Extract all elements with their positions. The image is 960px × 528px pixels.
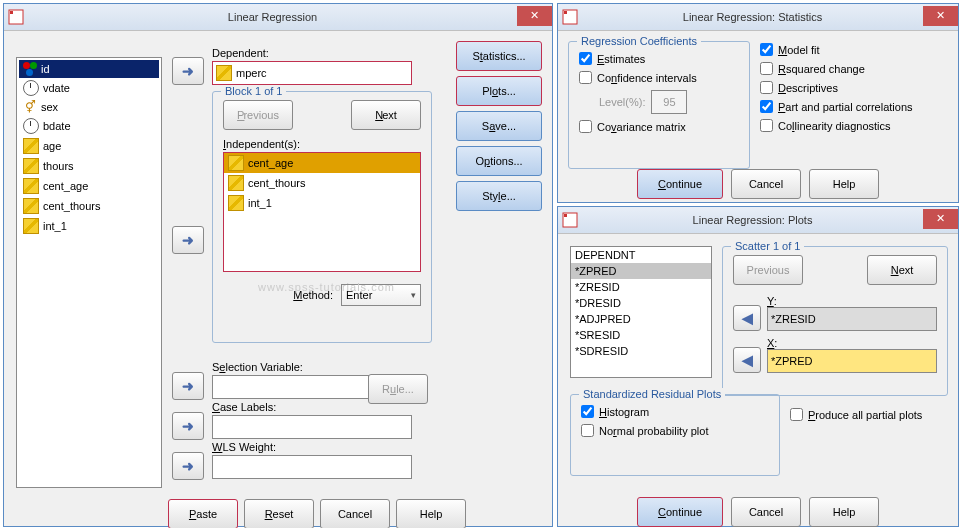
y-label: Y: <box>767 295 937 307</box>
app-icon <box>8 9 24 25</box>
paste-button[interactable]: Paste <box>168 499 238 528</box>
model-fit-checkbox[interactable]: Model fit <box>760 43 948 56</box>
variable-item[interactable]: bdate <box>19 116 159 136</box>
variable-item[interactable]: cent_age <box>19 176 159 196</box>
selection-variable-label: Selection Variable: <box>212 361 303 373</box>
plot-list-item[interactable]: *DRESID <box>571 295 711 311</box>
x-field[interactable]: *ZPRED <box>767 349 937 373</box>
scatter-fieldset: Scatter 1 of 1 Previous Next ◀ Y: *ZRESI… <box>722 246 948 396</box>
cancel-button[interactable]: Cancel <box>731 169 801 199</box>
svg-rect-3 <box>564 11 567 14</box>
reset-button[interactable]: Reset <box>244 499 314 528</box>
move-to-independent-button[interactable]: ➜ <box>172 226 204 254</box>
case-labels-label: Case Labels: <box>212 401 276 413</box>
next-block-button[interactable]: Next <box>351 100 421 130</box>
plots-button[interactable]: Plots... <box>456 76 542 106</box>
scatter-legend: Scatter 1 of 1 <box>731 240 804 252</box>
level-label: Level(%): <box>599 96 645 108</box>
variable-list[interactable]: idvdate⚥sexbdateagethourscent_agecent_th… <box>16 57 162 488</box>
plot-list-item[interactable]: *SDRESID <box>571 343 711 359</box>
y-field[interactable]: *ZRESID <box>767 307 937 331</box>
plot-list-item[interactable]: *SRESID <box>571 327 711 343</box>
dependent-label: Dependent: <box>212 47 269 59</box>
previous-scatter-button[interactable]: Previous <box>733 255 803 285</box>
rule-button[interactable]: Rule... <box>368 374 428 404</box>
style-button[interactable]: Style... <box>456 181 542 211</box>
dependent-value: mperc <box>236 67 267 79</box>
variable-item[interactable]: vdate <box>19 78 159 98</box>
statistics-dialog: Linear Regression: Statistics ✕ Regressi… <box>557 3 959 203</box>
plot-list-item[interactable]: *ADJPRED <box>571 311 711 327</box>
move-to-wls-weight-button[interactable]: ➜ <box>172 452 204 480</box>
save-button[interactable]: Save... <box>456 111 542 141</box>
continue-button[interactable]: Continue <box>637 497 723 527</box>
close-button[interactable]: ✕ <box>517 6 552 26</box>
variable-item[interactable]: id <box>19 60 159 78</box>
variable-item[interactable]: int_1 <box>19 216 159 236</box>
produce-all-partial-plots-checkbox[interactable]: Produce all partial plots <box>790 408 922 421</box>
side-button-panel: Statistics... Plots... Save... Options..… <box>456 41 542 211</box>
plot-list-item[interactable]: *ZRESID <box>571 279 711 295</box>
selection-variable-field[interactable] <box>212 375 369 399</box>
titlebar: Linear Regression: Statistics ✕ <box>558 4 958 31</box>
move-to-x-button[interactable]: ◀ <box>733 347 761 373</box>
close-button[interactable]: ✕ <box>923 6 958 26</box>
independent-item[interactable]: cent_thours <box>224 173 420 193</box>
move-to-case-labels-button[interactable]: ➜ <box>172 412 204 440</box>
independent-item[interactable]: int_1 <box>224 193 420 213</box>
titlebar: Linear Regression: Plots ✕ <box>558 207 958 234</box>
window-title: Linear Regression <box>28 11 517 23</box>
independent-item[interactable]: cent_age <box>224 153 420 173</box>
help-button[interactable]: Help <box>809 169 879 199</box>
ruler-icon <box>216 65 232 81</box>
watermark: www.spss-tutorials.com <box>258 281 395 293</box>
svg-rect-1 <box>10 11 13 14</box>
regression-coefficients-legend: Regression Coefficients <box>577 35 701 47</box>
dependent-field[interactable]: mperc <box>212 61 412 85</box>
cancel-button[interactable]: Cancel <box>320 499 390 528</box>
titlebar: Linear Regression ✕ <box>4 4 552 31</box>
move-to-selection-variable-button[interactable]: ➜ <box>172 372 204 400</box>
variable-item[interactable]: ⚥sex <box>19 98 159 116</box>
plots-dialog: Linear Regression: Plots ✕ DEPENDNT*ZPRE… <box>557 206 959 527</box>
collinearity-diagnostics-checkbox[interactable]: Collinearity diagnostics <box>760 119 948 132</box>
descriptives-checkbox[interactable]: Descriptives <box>760 81 948 94</box>
variable-item[interactable]: cent_thours <box>19 196 159 216</box>
help-button[interactable]: Help <box>809 497 879 527</box>
move-to-y-button[interactable]: ◀ <box>733 305 761 331</box>
covariance-matrix-checkbox[interactable]: Covariance matrix <box>579 120 739 133</box>
wls-weight-field[interactable] <box>212 455 412 479</box>
plot-list-item[interactable]: DEPENDNT <box>571 247 711 263</box>
linear-regression-dialog: Linear Regression ✕ idvdate⚥sexbdateaget… <box>3 3 553 527</box>
close-button[interactable]: ✕ <box>923 209 958 229</box>
move-to-dependent-button[interactable]: ➜ <box>172 57 204 85</box>
wls-weight-label: WLS Weight: <box>212 441 276 453</box>
part-partial-correlations-checkbox[interactable]: Part and partial correlations <box>760 100 948 113</box>
block-fieldset: Block 1 of 1 Previous Next Independent(s… <box>212 91 432 343</box>
variable-item[interactable]: age <box>19 136 159 156</box>
svg-rect-5 <box>564 214 567 217</box>
app-icon <box>562 9 578 25</box>
continue-button[interactable]: Continue <box>637 169 723 199</box>
previous-block-button[interactable]: Previous <box>223 100 293 130</box>
estimates-checkbox[interactable]: Estimates <box>579 52 739 65</box>
plots-variable-list[interactable]: DEPENDNT*ZPRED*ZRESID*DRESID*ADJPRED*SRE… <box>570 246 712 378</box>
cancel-button[interactable]: Cancel <box>731 497 801 527</box>
variable-item[interactable]: thours <box>19 156 159 176</box>
plot-list-item[interactable]: *ZPRED <box>571 263 711 279</box>
level-field: 95 <box>651 90 687 114</box>
regression-coefficients-fieldset: Regression Coefficients Estimates Confid… <box>568 41 750 169</box>
standardized-residual-plots-fieldset: Standardized Residual Plots Histogram No… <box>570 394 780 476</box>
r-squared-change-checkbox[interactable]: R squared change <box>760 62 948 75</box>
confidence-intervals-checkbox[interactable]: Confidence intervals <box>579 71 739 84</box>
options-button[interactable]: Options... <box>456 146 542 176</box>
standardized-residual-plots-legend: Standardized Residual Plots <box>579 388 725 400</box>
x-label: X: <box>767 337 937 349</box>
statistics-button[interactable]: Statistics... <box>456 41 542 71</box>
next-scatter-button[interactable]: Next <box>867 255 937 285</box>
case-labels-field[interactable] <box>212 415 412 439</box>
independents-list[interactable]: cent_agecent_thoursint_1 <box>223 152 421 272</box>
help-button[interactable]: Help <box>396 499 466 528</box>
histogram-checkbox[interactable]: Histogram <box>581 405 769 418</box>
normal-probability-plot-checkbox[interactable]: Normal probability plot <box>581 424 769 437</box>
